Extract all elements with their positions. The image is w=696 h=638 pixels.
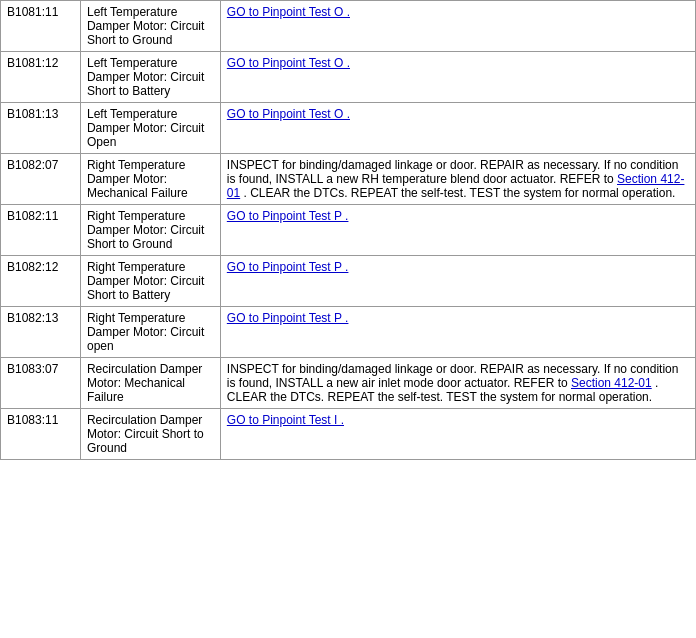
- table-row: B1083:07Recirculation Damper Motor: Mech…: [1, 358, 696, 409]
- table-row: B1082:11Right Temperature Damper Motor: …: [1, 205, 696, 256]
- pinpoint-test-link[interactable]: GO to Pinpoint Test P .: [227, 209, 349, 223]
- pinpoint-test-link[interactable]: GO to Pinpoint Test O .: [227, 5, 350, 19]
- dtc-description: Recirculation Damper Motor: Mechanical F…: [80, 358, 220, 409]
- table-row: B1081:12Left Temperature Damper Motor: C…: [1, 52, 696, 103]
- dtc-description: Recirculation Damper Motor: Circuit Shor…: [80, 409, 220, 460]
- dtc-action: GO to Pinpoint Test P .: [220, 307, 695, 358]
- table-row: B1083:11Recirculation Damper Motor: Circ…: [1, 409, 696, 460]
- dtc-description: Left Temperature Damper Motor: Circuit S…: [80, 1, 220, 52]
- pinpoint-test-link[interactable]: GO to Pinpoint Test I .: [227, 413, 344, 427]
- dtc-description: Right Temperature Damper Motor: Mechanic…: [80, 154, 220, 205]
- section-link[interactable]: Section 412-01: [227, 172, 685, 200]
- dtc-action: GO to Pinpoint Test O .: [220, 1, 695, 52]
- dtc-action: GO to Pinpoint Test P .: [220, 205, 695, 256]
- table-row: B1082:07Right Temperature Damper Motor: …: [1, 154, 696, 205]
- dtc-code: B1081:13: [1, 103, 81, 154]
- dtc-code: B1081:11: [1, 1, 81, 52]
- dtc-code: B1083:11: [1, 409, 81, 460]
- table-row: B1082:12Right Temperature Damper Motor: …: [1, 256, 696, 307]
- dtc-code: B1083:07: [1, 358, 81, 409]
- table-row: B1082:13Right Temperature Damper Motor: …: [1, 307, 696, 358]
- pinpoint-test-link[interactable]: GO to Pinpoint Test P .: [227, 311, 349, 325]
- dtc-code: B1081:12: [1, 52, 81, 103]
- dtc-code: B1082:11: [1, 205, 81, 256]
- dtc-action: INSPECT for binding/damaged linkage or d…: [220, 358, 695, 409]
- dtc-table: B1081:11Left Temperature Damper Motor: C…: [0, 0, 696, 460]
- table-row: B1081:11Left Temperature Damper Motor: C…: [1, 1, 696, 52]
- dtc-description: Left Temperature Damper Motor: Circuit S…: [80, 52, 220, 103]
- dtc-description: Right Temperature Damper Motor: Circuit …: [80, 205, 220, 256]
- dtc-action: INSPECT for binding/damaged linkage or d…: [220, 154, 695, 205]
- table-row: B1081:13Left Temperature Damper Motor: C…: [1, 103, 696, 154]
- pinpoint-test-link[interactable]: GO to Pinpoint Test O .: [227, 56, 350, 70]
- dtc-action: GO to Pinpoint Test I .: [220, 409, 695, 460]
- pinpoint-test-link[interactable]: GO to Pinpoint Test P .: [227, 260, 349, 274]
- dtc-code: B1082:07: [1, 154, 81, 205]
- dtc-action: GO to Pinpoint Test O .: [220, 52, 695, 103]
- dtc-description: Right Temperature Damper Motor: Circuit …: [80, 256, 220, 307]
- dtc-code: B1082:12: [1, 256, 81, 307]
- dtc-code: B1082:13: [1, 307, 81, 358]
- dtc-action: GO to Pinpoint Test P .: [220, 256, 695, 307]
- dtc-description: Right Temperature Damper Motor: Circuit …: [80, 307, 220, 358]
- section-link[interactable]: Section 412-01: [571, 376, 652, 390]
- pinpoint-test-link[interactable]: GO to Pinpoint Test O .: [227, 107, 350, 121]
- dtc-action: GO to Pinpoint Test O .: [220, 103, 695, 154]
- dtc-description: Left Temperature Damper Motor: Circuit O…: [80, 103, 220, 154]
